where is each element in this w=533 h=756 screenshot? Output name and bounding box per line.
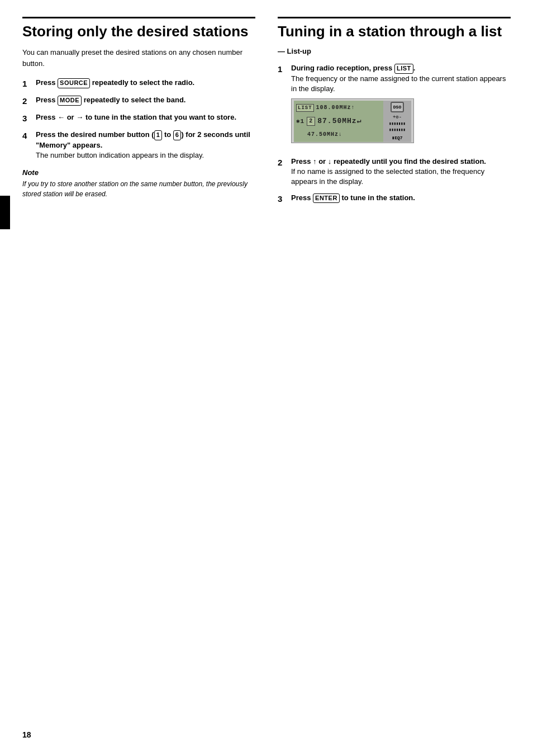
right-step-2: 2 Press or repeatedly until you find the… bbox=[278, 157, 511, 187]
display-freq-mid: 87.50MHz↵ bbox=[317, 116, 361, 126]
step-2-content: Press MODE repeatedly to select the band… bbox=[36, 95, 185, 107]
right-step-1-strong: During radio reception, press LIST. bbox=[291, 64, 415, 72]
right-step-3-number: 3 bbox=[278, 193, 287, 205]
num1-label: 1 bbox=[154, 130, 163, 140]
display-freq-bot: 47.50MHz↓ bbox=[307, 131, 342, 139]
step-1: 1 Press SOURCE repeatedly to select the … bbox=[22, 78, 255, 89]
left-column: Storing only the desired stations You ca… bbox=[22, 17, 255, 734]
right-step-1-number: 1 bbox=[278, 63, 287, 151]
right-step-3-press: Press bbox=[291, 193, 313, 202]
step-3: 3 Press or to tune in the station that y… bbox=[22, 112, 255, 124]
step-1-content: Press SOURCE repeatedly to select the ra… bbox=[36, 78, 194, 89]
right-step-3: 3 Press ENTER to tune in the station. bbox=[278, 193, 511, 205]
step-3-after: to tune in the station that you want to … bbox=[83, 113, 236, 121]
right-step-2-after: repeatedly until you find the desired st… bbox=[331, 157, 486, 166]
right-step-1-dot: . bbox=[413, 64, 416, 72]
right-step-2-sub: If no name is assigned to the selected s… bbox=[291, 167, 484, 186]
right-step-1-sub: The frequency or the name assigned to th… bbox=[291, 74, 506, 93]
display-right-panel: DSO +⊙- ▮▮▮▮▮▮▮ ▮▮▮▮▮▮▮ ▮EQ7 bbox=[383, 101, 411, 142]
step-3-or: or bbox=[65, 113, 76, 121]
display-freq-top: 108.00MHz↑ bbox=[316, 104, 355, 112]
display-controls: +⊙- ▮▮▮▮▮▮▮ ▮▮▮▮▮▮▮ bbox=[389, 114, 406, 133]
step-3-number: 3 bbox=[22, 112, 31, 124]
display-eq-label: ▮EQ7 bbox=[392, 135, 402, 141]
step-4: 4 Press the desired number button (1 to … bbox=[22, 130, 255, 160]
step-2: 2 Press MODE repeatedly to select the ba… bbox=[22, 95, 255, 107]
display-row-2: ✱1 2 87.50MHz↵ bbox=[296, 116, 381, 126]
right-steps: 1 During radio reception, press LIST. Th… bbox=[278, 63, 511, 204]
num6-label: 6 bbox=[173, 130, 182, 140]
right-step-1-content: During radio reception, press LIST. The … bbox=[291, 63, 511, 151]
left-section-intro: You can manually preset the desired stat… bbox=[22, 47, 255, 69]
black-tab bbox=[0, 196, 10, 229]
display-preset-icon: ✱1 bbox=[296, 117, 304, 126]
columns: Storing only the desired stations You ca… bbox=[22, 17, 511, 734]
page-number: 18 bbox=[22, 730, 31, 739]
note-section: Note If you try to store another station… bbox=[22, 168, 255, 199]
right-step-3-after: to tune in the station. bbox=[340, 193, 415, 202]
step-4-number: 4 bbox=[22, 130, 31, 160]
left-section-title: Storing only the desired stations bbox=[22, 23, 255, 40]
note-title: Note bbox=[22, 168, 255, 177]
display-lines: ▮▮▮▮▮▮▮ bbox=[389, 121, 406, 127]
list-button-label: LIST bbox=[394, 64, 413, 73]
display-num-box: 2 bbox=[307, 117, 315, 126]
right-step-2-content: Press or repeatedly until you find the d… bbox=[291, 157, 511, 187]
display-list-tag: LIST bbox=[296, 104, 314, 112]
step-2-strong: Press MODE repeatedly to select the band… bbox=[36, 96, 185, 104]
note-text: If you try to store another station on t… bbox=[22, 179, 255, 199]
right-step-2-number: 2 bbox=[278, 157, 287, 187]
left-steps: 1 Press SOURCE repeatedly to select the … bbox=[22, 78, 255, 160]
right-step-2-or: or bbox=[317, 157, 328, 166]
step-1-after: repeatedly to select the radio. bbox=[90, 78, 194, 87]
step-3-press: Press bbox=[36, 113, 58, 121]
right-column: Tuning in a station through a list — Lis… bbox=[278, 17, 511, 734]
right-step-2-press: Press bbox=[291, 157, 313, 166]
display-row-3: 47.50MHz↓ bbox=[296, 131, 381, 139]
source-button-label: SOURCE bbox=[58, 78, 90, 88]
step-1-number: 1 bbox=[22, 78, 31, 89]
mode-button-label: MODE bbox=[58, 96, 82, 105]
right-step-1: 1 During radio reception, press LIST. Th… bbox=[278, 63, 511, 151]
step-4-strong: Press the desired number button (1 to 6)… bbox=[36, 130, 250, 149]
step-4-sub: The number button indication appears in … bbox=[36, 151, 204, 159]
arrow-right-icon bbox=[76, 113, 83, 121]
enter-button-label: ENTER bbox=[313, 193, 340, 203]
display-plus: +⊙- bbox=[393, 114, 402, 121]
step-4-text: Press the desired number button (1 to 6)… bbox=[36, 130, 250, 149]
right-subtitle: — List-up bbox=[278, 47, 511, 55]
left-section-title-bar: Storing only the desired stations bbox=[22, 17, 255, 40]
right-step-2-strong: Press or repeatedly until you find the d… bbox=[291, 157, 486, 166]
step-2-press: Press bbox=[36, 96, 58, 104]
display-lines2: ▮▮▮▮▮▮▮ bbox=[389, 127, 406, 133]
right-section-title: Tuning in a station through a list bbox=[278, 23, 511, 40]
display-dso-label: DSO bbox=[391, 102, 404, 112]
right-step-3-content: Press ENTER to tune in the station. bbox=[291, 193, 415, 205]
step-2-after: repeatedly to select the band. bbox=[82, 96, 185, 104]
arrow-left-icon bbox=[58, 113, 65, 121]
right-step-3-strong: Press ENTER to tune in the station. bbox=[291, 193, 415, 202]
display-screen: LIST 108.00MHz↑ ✱1 2 87.50MHz↵ 47.50MHz↓ bbox=[294, 101, 383, 142]
step-4-content: Press the desired number button (1 to 6)… bbox=[36, 130, 255, 160]
step-1-press: Press bbox=[36, 78, 58, 87]
right-section-title-bar: Tuning in a station through a list bbox=[278, 17, 511, 40]
right-step-1-during: During radio reception, press bbox=[291, 64, 394, 72]
step-1-strong: Press SOURCE repeatedly to select the ra… bbox=[36, 78, 194, 87]
step-3-strong: Press or to tune in the station that you… bbox=[36, 113, 236, 121]
step-3-content: Press or to tune in the station that you… bbox=[36, 112, 236, 124]
step-2-number: 2 bbox=[22, 95, 31, 107]
page: Storing only the desired stations You ca… bbox=[0, 0, 533, 756]
display-mockup: LIST 108.00MHz↑ ✱1 2 87.50MHz↵ 47.50MHz↓ bbox=[291, 98, 414, 143]
display-row-1: LIST 108.00MHz↑ bbox=[296, 104, 381, 112]
